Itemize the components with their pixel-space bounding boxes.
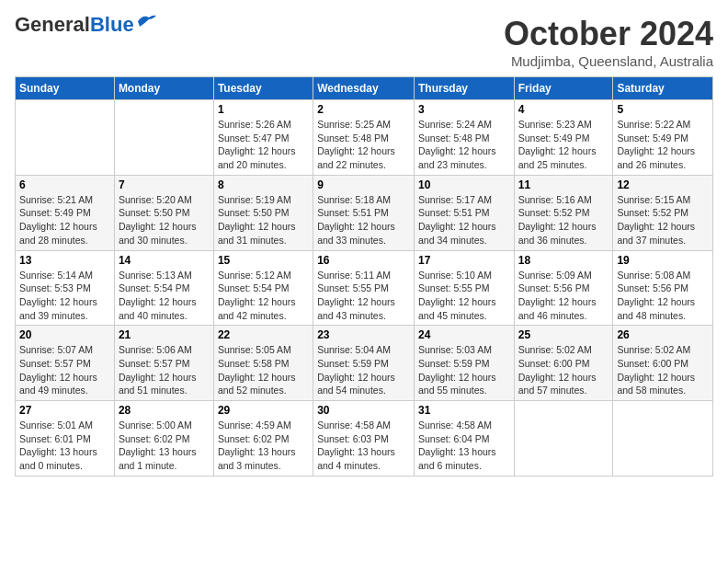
day-info: Sunrise: 5:14 AM Sunset: 5:53 PM Dayligh… (19, 269, 110, 323)
logo: GeneralBlue (15, 15, 156, 35)
day-number: 3 (418, 103, 510, 116)
day-number: 27 (19, 404, 110, 417)
day-number: 12 (617, 178, 709, 191)
day-number: 7 (119, 178, 210, 191)
day-info: Sunrise: 5:20 AM Sunset: 5:50 PM Dayligh… (119, 193, 210, 247)
day-info: Sunrise: 4:59 AM Sunset: 6:02 PM Dayligh… (218, 419, 309, 473)
calendar-cell: 30Sunrise: 4:58 AM Sunset: 6:03 PM Dayli… (313, 401, 415, 477)
day-number: 21 (119, 328, 210, 341)
day-number: 31 (418, 404, 510, 417)
day-info: Sunrise: 5:08 AM Sunset: 5:56 PM Dayligh… (617, 269, 709, 323)
calendar-cell: 2Sunrise: 5:25 AM Sunset: 5:48 PM Daylig… (313, 100, 415, 176)
day-number: 22 (218, 328, 309, 341)
day-number: 26 (617, 328, 709, 341)
day-info: Sunrise: 5:06 AM Sunset: 5:57 PM Dayligh… (119, 343, 210, 397)
calendar-cell: 22Sunrise: 5:05 AM Sunset: 5:58 PM Dayli… (213, 326, 313, 401)
page-header: GeneralBlue October 2024 Mudjimba, Queen… (15, 15, 713, 69)
day-number: 4 (518, 103, 609, 116)
weekday-header-row: SundayMondayTuesdayWednesdayThursdayFrid… (16, 77, 713, 100)
week-row-4: 20Sunrise: 5:07 AM Sunset: 5:57 PM Dayli… (16, 326, 713, 401)
day-info: Sunrise: 5:03 AM Sunset: 5:59 PM Dayligh… (418, 343, 510, 397)
calendar-cell: 5Sunrise: 5:22 AM Sunset: 5:49 PM Daylig… (613, 100, 713, 176)
calendar-cell: 12Sunrise: 5:15 AM Sunset: 5:52 PM Dayli… (613, 175, 713, 250)
day-number: 11 (518, 178, 609, 191)
weekday-header-wednesday: Wednesday (313, 77, 415, 100)
day-number: 19 (617, 254, 709, 267)
day-number: 16 (317, 254, 410, 267)
day-number: 8 (218, 178, 309, 191)
day-number: 17 (418, 254, 510, 267)
weekday-header-thursday: Thursday (414, 77, 514, 100)
day-number: 30 (317, 404, 410, 417)
day-number: 9 (317, 178, 410, 191)
day-number: 24 (418, 328, 510, 341)
day-info: Sunrise: 5:26 AM Sunset: 5:47 PM Dayligh… (218, 118, 309, 172)
day-info: Sunrise: 5:23 AM Sunset: 5:49 PM Dayligh… (518, 118, 609, 172)
day-info: Sunrise: 5:02 AM Sunset: 6:00 PM Dayligh… (518, 343, 609, 397)
day-number: 10 (418, 178, 510, 191)
weekday-header-tuesday: Tuesday (213, 77, 313, 100)
calendar-cell: 29Sunrise: 4:59 AM Sunset: 6:02 PM Dayli… (213, 401, 313, 477)
day-info: Sunrise: 5:02 AM Sunset: 6:00 PM Dayligh… (617, 343, 709, 397)
calendar-cell: 15Sunrise: 5:12 AM Sunset: 5:54 PM Dayli… (213, 250, 313, 326)
day-number: 2 (317, 103, 410, 116)
day-info: Sunrise: 5:13 AM Sunset: 5:54 PM Dayligh… (119, 269, 210, 323)
day-info: Sunrise: 5:12 AM Sunset: 5:54 PM Dayligh… (218, 269, 309, 323)
day-info: Sunrise: 5:10 AM Sunset: 5:55 PM Dayligh… (418, 269, 510, 323)
day-info: Sunrise: 4:58 AM Sunset: 6:03 PM Dayligh… (317, 419, 410, 473)
calendar-cell: 17Sunrise: 5:10 AM Sunset: 5:55 PM Dayli… (414, 250, 514, 326)
day-info: Sunrise: 5:24 AM Sunset: 5:48 PM Dayligh… (418, 118, 510, 172)
month-year-title: October 2024 (504, 15, 713, 53)
day-info: Sunrise: 5:00 AM Sunset: 6:02 PM Dayligh… (119, 419, 210, 473)
calendar-cell: 25Sunrise: 5:02 AM Sunset: 6:00 PM Dayli… (514, 326, 613, 401)
day-number: 5 (617, 103, 709, 116)
calendar-cell: 14Sunrise: 5:13 AM Sunset: 5:54 PM Dayli… (114, 250, 213, 326)
calendar-cell: 21Sunrise: 5:06 AM Sunset: 5:57 PM Dayli… (114, 326, 213, 401)
day-info: Sunrise: 5:07 AM Sunset: 5:57 PM Dayligh… (19, 343, 110, 397)
location-text: Mudjimba, Queensland, Australia (504, 53, 713, 69)
calendar-cell: 27Sunrise: 5:01 AM Sunset: 6:01 PM Dayli… (16, 401, 115, 477)
day-number: 6 (19, 178, 110, 191)
title-block: October 2024 Mudjimba, Queensland, Austr… (504, 15, 713, 69)
weekday-header-sunday: Sunday (16, 77, 115, 100)
calendar-cell: 10Sunrise: 5:17 AM Sunset: 5:51 PM Dayli… (414, 175, 514, 250)
calendar-cell: 8Sunrise: 5:19 AM Sunset: 5:50 PM Daylig… (213, 175, 313, 250)
calendar-cell (613, 401, 713, 477)
day-info: Sunrise: 5:25 AM Sunset: 5:48 PM Dayligh… (317, 118, 410, 172)
week-row-1: 1Sunrise: 5:26 AM Sunset: 5:47 PM Daylig… (16, 100, 713, 176)
calendar-cell: 7Sunrise: 5:20 AM Sunset: 5:50 PM Daylig… (114, 175, 213, 250)
calendar-cell: 19Sunrise: 5:08 AM Sunset: 5:56 PM Dayli… (613, 250, 713, 326)
day-info: Sunrise: 5:17 AM Sunset: 5:51 PM Dayligh… (418, 193, 510, 247)
day-info: Sunrise: 5:15 AM Sunset: 5:52 PM Dayligh… (617, 193, 709, 247)
calendar-cell: 28Sunrise: 5:00 AM Sunset: 6:02 PM Dayli… (114, 401, 213, 477)
calendar-cell: 18Sunrise: 5:09 AM Sunset: 5:56 PM Dayli… (514, 250, 613, 326)
week-row-3: 13Sunrise: 5:14 AM Sunset: 5:53 PM Dayli… (16, 250, 713, 326)
day-number: 1 (218, 103, 309, 116)
day-number: 14 (119, 254, 210, 267)
calendar-cell: 1Sunrise: 5:26 AM Sunset: 5:47 PM Daylig… (213, 100, 313, 176)
day-number: 25 (518, 328, 609, 341)
calendar-cell: 3Sunrise: 5:24 AM Sunset: 5:48 PM Daylig… (414, 100, 514, 176)
calendar-cell: 9Sunrise: 5:18 AM Sunset: 5:51 PM Daylig… (313, 175, 415, 250)
day-info: Sunrise: 5:09 AM Sunset: 5:56 PM Dayligh… (518, 269, 609, 323)
day-number: 15 (218, 254, 309, 267)
day-number: 28 (119, 404, 210, 417)
day-number: 23 (317, 328, 410, 341)
calendar-cell: 23Sunrise: 5:04 AM Sunset: 5:59 PM Dayli… (313, 326, 415, 401)
calendar-cell: 24Sunrise: 5:03 AM Sunset: 5:59 PM Dayli… (414, 326, 514, 401)
day-info: Sunrise: 5:21 AM Sunset: 5:49 PM Dayligh… (19, 193, 110, 247)
calendar-table: SundayMondayTuesdayWednesdayThursdayFrid… (15, 76, 713, 477)
day-number: 20 (19, 328, 110, 341)
calendar-cell: 13Sunrise: 5:14 AM Sunset: 5:53 PM Dayli… (16, 250, 115, 326)
logo-bird-icon (136, 14, 156, 29)
day-info: Sunrise: 5:19 AM Sunset: 5:50 PM Dayligh… (218, 193, 309, 247)
day-info: Sunrise: 5:01 AM Sunset: 6:01 PM Dayligh… (19, 419, 110, 473)
day-info: Sunrise: 5:18 AM Sunset: 5:51 PM Dayligh… (317, 193, 410, 247)
weekday-header-friday: Friday (514, 77, 613, 100)
day-number: 13 (19, 254, 110, 267)
logo-text: GeneralBlue (15, 15, 134, 35)
day-info: Sunrise: 5:22 AM Sunset: 5:49 PM Dayligh… (617, 118, 709, 172)
day-info: Sunrise: 5:16 AM Sunset: 5:52 PM Dayligh… (518, 193, 609, 247)
calendar-cell: 31Sunrise: 4:58 AM Sunset: 6:04 PM Dayli… (414, 401, 514, 477)
day-info: Sunrise: 4:58 AM Sunset: 6:04 PM Dayligh… (418, 419, 510, 473)
